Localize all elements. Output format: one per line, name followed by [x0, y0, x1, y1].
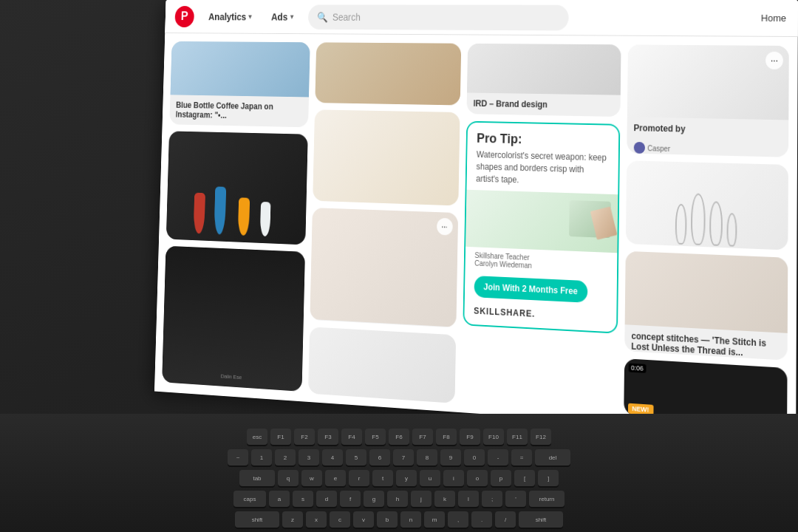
nav-ads[interactable]: Ads ▾	[266, 8, 299, 24]
key-f10[interactable]: F10	[483, 429, 504, 445]
key-period[interactable]: .	[471, 511, 492, 528]
key-a[interactable]: a	[269, 491, 290, 507]
search-bar[interactable]: 🔍 Search	[308, 4, 569, 30]
key-tilde[interactable]: ~	[228, 449, 248, 466]
key-o[interactable]: o	[467, 470, 488, 486]
colorful-bottles-image	[166, 131, 308, 245]
key-y[interactable]: y	[396, 470, 417, 486]
key-g[interactable]: g	[364, 491, 384, 507]
key-f[interactable]: f	[340, 491, 361, 507]
skillshare-ad-card[interactable]: Pro Tip: Watercolorist's secret weapon: …	[463, 121, 619, 334]
key-z[interactable]: z	[282, 511, 303, 528]
nav-analytics[interactable]: Analytics ▾	[203, 8, 256, 24]
key-s[interactable]: s	[293, 491, 313, 507]
key-0[interactable]: 0	[464, 449, 485, 466]
key-9[interactable]: 9	[440, 449, 461, 466]
key-2[interactable]: 2	[275, 449, 296, 466]
key-equals[interactable]: =	[511, 449, 532, 466]
key-8[interactable]: 8	[417, 449, 437, 466]
key-f8[interactable]: F8	[436, 429, 457, 445]
pin-flasks[interactable]	[625, 160, 788, 250]
ird-image	[467, 44, 621, 95]
key-4[interactable]: 4	[322, 449, 343, 466]
key-7[interactable]: 7	[393, 449, 414, 466]
key-rbracket[interactable]: ]	[538, 470, 559, 486]
key-3[interactable]: 3	[299, 449, 319, 466]
key-tab[interactable]: tab	[239, 470, 275, 486]
key-w[interactable]: w	[301, 470, 322, 486]
key-return[interactable]: return	[529, 491, 565, 507]
key-f5[interactable]: F5	[365, 429, 386, 445]
flask-2	[691, 193, 706, 245]
key-v[interactable]: v	[353, 511, 374, 528]
key-1[interactable]: 1	[251, 449, 272, 466]
key-x[interactable]: x	[306, 511, 327, 528]
pin-pants[interactable]: Dalin Ese	[162, 246, 304, 392]
bottle-red	[194, 193, 205, 234]
pro-tip-header: Pro Tip: Watercolorist's secret weapon: …	[466, 123, 618, 195]
key-f2[interactable]: F2	[294, 429, 315, 445]
key-minus[interactable]: -	[488, 449, 508, 466]
bottle-blue	[214, 186, 227, 234]
key-esc[interactable]: esc	[247, 429, 267, 445]
key-f12[interactable]: F12	[531, 429, 551, 445]
flask-3	[709, 201, 723, 246]
key-f9[interactable]: F9	[460, 429, 480, 445]
interior-image	[308, 327, 457, 403]
key-f7[interactable]: F7	[412, 429, 433, 445]
key-d[interactable]: d	[316, 491, 337, 507]
key-h[interactable]: h	[387, 491, 408, 507]
key-shift-left[interactable]: shift	[235, 511, 279, 528]
key-k[interactable]: k	[434, 491, 455, 507]
search-placeholder-text: Search	[332, 11, 361, 22]
pin-learn-painting[interactable]: ··· Learn Painting Online! Promoted by S…	[310, 208, 458, 327]
key-f1[interactable]: F1	[270, 429, 291, 445]
pin-concept-stitches[interactable]: concept stitches — 'The Stitch is Lost U…	[624, 250, 788, 361]
key-quote[interactable]: '	[505, 491, 526, 507]
key-m[interactable]: m	[424, 511, 445, 528]
concept-stitches-image	[624, 250, 788, 332]
key-slash[interactable]: /	[495, 511, 516, 528]
key-r[interactable]: r	[349, 470, 369, 486]
key-b[interactable]: b	[377, 511, 398, 528]
key-f4[interactable]: F4	[341, 429, 362, 445]
skillshare-cta-button[interactable]: Join With 2 Months Free	[474, 276, 587, 303]
key-t[interactable]: t	[372, 470, 393, 486]
key-f3[interactable]: F3	[318, 429, 338, 445]
key-comma[interactable]: ,	[448, 511, 468, 528]
skillshare-brand: SKILLSHARE.	[464, 301, 616, 332]
key-n[interactable]: n	[400, 511, 421, 528]
keyboard: esc F1 F2 F3 F4 F5 F6 F7 F8 F9 F10 F11 F…	[0, 414, 798, 532]
key-i[interactable]: i	[443, 470, 464, 486]
key-u[interactable]: u	[420, 470, 440, 486]
pin-autumn-mood[interactable]: Autumn '18 – Mood Board	[315, 42, 461, 105]
pin-interior[interactable]	[308, 327, 457, 403]
key-6[interactable]: 6	[369, 449, 390, 466]
key-q[interactable]: q	[278, 470, 299, 486]
pin-blue-bottle[interactable]: Blue Bottle Coffee Japan on Instagram: "…	[169, 41, 310, 127]
key-5[interactable]: 5	[346, 449, 366, 466]
key-delete[interactable]: del	[535, 449, 570, 466]
key-c[interactable]: c	[330, 511, 350, 528]
key-caps[interactable]: caps	[233, 491, 266, 507]
key-lbracket[interactable]: [	[514, 470, 535, 486]
casper-more-button[interactable]: ···	[765, 52, 783, 69]
key-shift-right[interactable]: shift	[519, 511, 563, 528]
key-l[interactable]: l	[458, 491, 479, 507]
key-row-zxcv: shift z x c v b n m , . / shift	[235, 511, 563, 528]
pin-colorful-bottles[interactable]	[166, 131, 308, 245]
key-p[interactable]: p	[491, 470, 511, 486]
pin-ird-brand[interactable]: IRD – Brand design	[466, 44, 621, 117]
home-link[interactable]: Home	[761, 13, 786, 24]
pin-natural[interactable]: Natural	[313, 109, 460, 205]
key-f11[interactable]: F11	[507, 429, 528, 445]
pin-casper-promoted[interactable]: ··· Promoted by Casper	[627, 44, 789, 157]
autumn-mood-image	[315, 42, 461, 105]
key-semicolon[interactable]: ;	[482, 491, 502, 507]
pinterest-logo[interactable]: P	[174, 6, 194, 27]
key-f6[interactable]: F6	[389, 429, 409, 445]
search-icon: 🔍	[317, 11, 328, 22]
bottle-yellow	[238, 197, 250, 236]
key-e[interactable]: e	[325, 470, 346, 486]
key-j[interactable]: j	[411, 491, 432, 507]
